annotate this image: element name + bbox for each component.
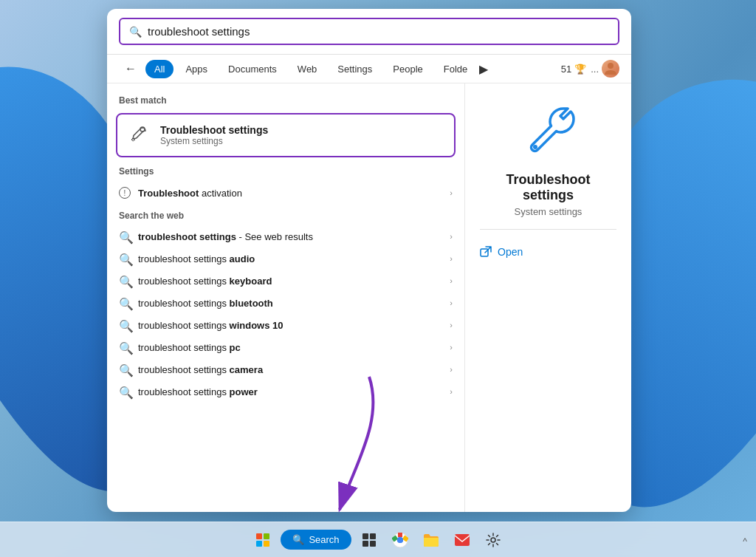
tab-play-icon[interactable]: ▶ xyxy=(479,62,488,76)
right-panel: Troubleshoot settings System settings Op… xyxy=(465,83,631,512)
web-text-3: troubleshoot settings bluetooth xyxy=(138,298,442,309)
tab-all[interactable]: All xyxy=(145,60,173,78)
win-logo-yellow xyxy=(264,541,269,547)
taskbar: 🔍 Search xyxy=(0,522,756,557)
tab-documents[interactable]: Documents xyxy=(219,60,286,78)
web-chevron-4: › xyxy=(450,321,453,329)
taskbar-mail[interactable] xyxy=(449,527,475,553)
best-match-title: Troubleshoot settings xyxy=(160,124,268,136)
tab-score: 51 🏆 xyxy=(561,64,586,75)
svg-rect-6 xyxy=(370,533,376,539)
settings-label: Settings xyxy=(107,163,464,181)
score-value: 51 xyxy=(561,64,571,75)
right-panel-title: Troubleshoot settings xyxy=(480,172,616,203)
search-web-icon-3: 🔍 xyxy=(119,297,131,309)
svg-rect-12 xyxy=(455,534,470,546)
best-match-section: Best match Troubleshoot settings System … xyxy=(107,92,464,157)
tab-people[interactable]: People xyxy=(384,60,431,78)
tab-folders[interactable]: Folde xyxy=(435,60,477,78)
web-item-0[interactable]: 🔍 troubleshoot settings - See web result… xyxy=(107,225,464,247)
web-item-2[interactable]: 🔍 troubleshoot settings keyboard › xyxy=(107,270,464,292)
more-button[interactable]: ... xyxy=(591,64,599,75)
activation-chevron: › xyxy=(450,188,453,197)
svg-rect-8 xyxy=(370,541,376,547)
tab-web[interactable]: Web xyxy=(289,60,326,78)
tab-apps[interactable]: Apps xyxy=(176,60,216,78)
web-item-7[interactable]: 🔍 troubleshoot settings power › xyxy=(107,380,464,403)
svg-point-2 xyxy=(533,145,537,149)
search-icon: 🔍 xyxy=(129,26,142,38)
search-content: Best match Troubleshoot settings System … xyxy=(107,83,631,512)
search-web-icon-0: 🔍 xyxy=(119,230,131,242)
svg-rect-5 xyxy=(362,533,368,539)
web-item-5[interactable]: 🔍 troubleshoot settings pc › xyxy=(107,336,464,358)
win-logo-green xyxy=(264,533,269,539)
web-text-1: troubleshoot settings audio xyxy=(138,253,442,264)
web-text-2: troubleshoot settings keyboard xyxy=(138,276,442,287)
right-panel-subtitle: System settings xyxy=(515,206,583,217)
open-action[interactable]: Open xyxy=(480,242,523,262)
best-match-label: Best match xyxy=(107,92,464,110)
taskbar-chrome[interactable] xyxy=(387,527,413,553)
left-panel: Best match Troubleshoot settings System … xyxy=(107,83,465,512)
web-chevron-6: › xyxy=(450,365,453,374)
back-button[interactable]: ← xyxy=(119,59,142,78)
web-text-6: troubleshoot settings camera xyxy=(138,364,442,375)
windows-start-button[interactable] xyxy=(250,527,276,553)
best-match-item[interactable]: Troubleshoot settings System settings xyxy=(116,113,456,157)
open-external-icon xyxy=(480,246,492,258)
web-chevron-7: › xyxy=(450,387,453,396)
taskbar-file-explorer[interactable] xyxy=(418,527,444,553)
web-chevron-5: › xyxy=(450,343,453,352)
web-item-4[interactable]: 🔍 troubleshoot settings windows 10 › xyxy=(107,314,464,336)
right-panel-divider xyxy=(480,229,616,230)
taskbar-task-view[interactable] xyxy=(356,527,382,553)
activation-icon: ! xyxy=(119,187,131,199)
web-text-5: troubleshoot settings pc xyxy=(138,342,442,353)
taskbar-settings[interactable] xyxy=(480,527,506,553)
windows-logo xyxy=(256,533,269,547)
web-chevron-0: › xyxy=(450,232,453,241)
taskbar-search-button[interactable]: 🔍 Search xyxy=(281,530,351,550)
tab-settings[interactable]: Settings xyxy=(329,60,381,78)
web-label: Search the web xyxy=(107,208,464,225)
search-input-container: 🔍 troubleshoot settings xyxy=(107,9,631,55)
svg-point-13 xyxy=(491,538,495,542)
search-web-icon-6: 🔍 xyxy=(119,363,131,375)
svg-point-11 xyxy=(397,537,403,543)
best-match-icon xyxy=(126,122,153,148)
settings-section: Settings ! Troubleshoot activation › xyxy=(107,163,464,205)
user-avatar[interactable] xyxy=(602,60,619,78)
web-chevron-1: › xyxy=(450,254,453,263)
taskbar-chevron[interactable]: ^ xyxy=(743,536,747,547)
search-web-icon-2: 🔍 xyxy=(119,275,131,287)
taskbar-search-icon: 🔍 xyxy=(292,534,304,545)
web-item-6[interactable]: 🔍 troubleshoot settings camera › xyxy=(107,358,464,380)
filter-tabs: ← All Apps Documents Web Settings People… xyxy=(107,55,631,83)
search-panel: 🔍 troubleshoot settings ← All Apps Docum… xyxy=(107,9,631,512)
win-logo-red xyxy=(256,533,262,539)
wrench-icon xyxy=(519,101,578,160)
score-icon: 🏆 xyxy=(574,64,586,75)
avatar-icon xyxy=(602,60,619,78)
web-item-3[interactable]: 🔍 troubleshoot settings bluetooth › xyxy=(107,292,464,314)
search-input[interactable]: troubleshoot settings xyxy=(148,25,609,38)
svg-point-0 xyxy=(608,63,614,69)
taskbar-search-label: Search xyxy=(309,534,339,545)
win-logo-blue xyxy=(256,541,262,547)
search-web-icon-1: 🔍 xyxy=(119,253,131,264)
search-web-icon-7: 🔍 xyxy=(119,386,131,397)
right-panel-icon xyxy=(519,101,578,160)
search-web-icon-5: 🔍 xyxy=(119,341,131,353)
web-text-7: troubleshoot settings power xyxy=(138,386,442,397)
best-match-subtitle: System settings xyxy=(160,136,268,146)
best-match-text: Troubleshoot settings System settings xyxy=(160,124,268,146)
web-text-4: troubleshoot settings windows 10 xyxy=(138,320,442,331)
activation-text: Troubleshoot activation xyxy=(138,188,442,199)
web-chevron-2: › xyxy=(450,276,453,285)
settings-item-activation[interactable]: ! Troubleshoot activation › xyxy=(107,181,464,205)
search-input-box: 🔍 troubleshoot settings xyxy=(119,18,619,45)
web-text-0: troubleshoot settings - See web results xyxy=(138,231,442,242)
open-label: Open xyxy=(498,246,523,258)
web-item-1[interactable]: 🔍 troubleshoot settings audio › xyxy=(107,247,464,270)
